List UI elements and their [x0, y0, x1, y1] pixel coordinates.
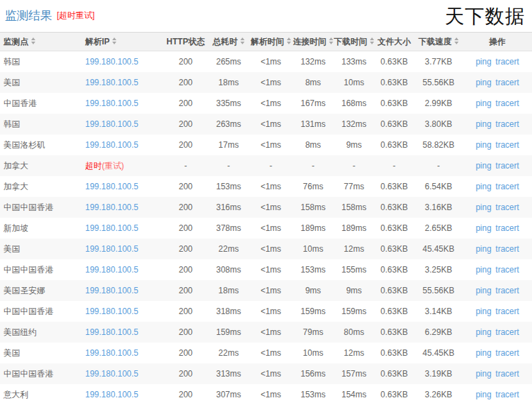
ip-link[interactable]: 199.180.100.5 — [85, 57, 139, 67]
sort-icon[interactable] — [112, 37, 116, 44]
column-header-6[interactable]: 连接时间 — [292, 33, 334, 51]
sort-icon[interactable] — [370, 37, 374, 44]
tracert-link[interactable]: tracert — [495, 265, 519, 275]
sort-icon[interactable] — [454, 37, 459, 44]
ping-link[interactable]: ping — [476, 390, 492, 399]
tracert-link[interactable]: tracert — [495, 78, 519, 87]
sort-icon[interactable] — [240, 37, 245, 44]
tracert-link[interactable]: tracert — [495, 348, 519, 358]
ip-link[interactable]: 199.180.100.5 — [85, 98, 139, 108]
column-label: 连接时间 — [293, 37, 326, 46]
cell-file-size: 0.63KB — [374, 51, 414, 73]
cell-dns-time: <1ms — [249, 197, 292, 218]
ping-link[interactable]: ping — [476, 57, 492, 67]
tracert-link[interactable]: tracert — [495, 182, 519, 191]
retry-row-link[interactable]: (重试) — [102, 161, 124, 171]
cell-total-time: 159ms — [208, 322, 249, 343]
ip-link[interactable]: 199.180.100.5 — [85, 140, 139, 150]
ping-link[interactable]: ping — [476, 286, 492, 295]
ping-link[interactable]: ping — [476, 307, 492, 316]
tracert-link[interactable]: tracert — [495, 390, 519, 399]
column-header-2[interactable]: 解析IP — [82, 33, 163, 51]
cell-download-speed: 45.45KB — [414, 343, 463, 363]
column-header-10: 操作 — [463, 33, 532, 51]
ping-link[interactable]: ping — [476, 161, 492, 171]
cell-dns-time: - — [249, 155, 292, 176]
cell-download-speed: 3.19KB — [414, 363, 463, 384]
ping-link[interactable]: ping — [476, 265, 492, 275]
cell-file-size: 0.63KB — [374, 93, 414, 114]
ip-link[interactable]: 199.180.100.5 — [85, 369, 139, 379]
ping-link[interactable]: ping — [476, 119, 492, 129]
tracert-link[interactable]: tracert — [495, 369, 519, 379]
column-header-5[interactable]: 解析时间 — [249, 33, 292, 51]
tracert-link[interactable]: tracert — [495, 307, 519, 316]
table-row: 中国中国香港199.180.100.5200316ms<1ms158ms158m… — [0, 197, 532, 218]
cell-connect-time: 79ms — [292, 322, 334, 343]
cell-location: 韩国 — [0, 114, 82, 135]
tracert-link[interactable]: tracert — [495, 244, 519, 254]
ping-link[interactable]: ping — [476, 202, 492, 212]
ip-link[interactable]: 199.180.100.5 — [85, 348, 139, 358]
cell-connect-time: 131ms — [292, 114, 334, 135]
ping-link[interactable]: ping — [476, 244, 492, 254]
column-header-9[interactable]: 下载速度 — [414, 33, 463, 51]
cell-dns-time: <1ms — [249, 322, 292, 343]
ip-link[interactable]: 199.180.100.5 — [85, 182, 139, 191]
ip-link[interactable]: 199.180.100.5 — [85, 307, 139, 316]
retry-timeout-link[interactable]: [超时重试] — [57, 10, 95, 21]
column-header-4[interactable]: 总耗时 — [208, 33, 249, 51]
ip-link[interactable]: 199.180.100.5 — [85, 223, 139, 233]
cell-total-time: 378ms — [208, 218, 249, 239]
column-header-1[interactable]: 监测点 — [0, 33, 82, 51]
tracert-link[interactable]: tracert — [495, 223, 519, 233]
ping-link[interactable]: ping — [476, 182, 492, 191]
tracert-link[interactable]: tracert — [495, 98, 519, 108]
tracert-link[interactable]: tracert — [495, 140, 519, 150]
ping-link[interactable]: ping — [476, 223, 492, 233]
tracert-link[interactable]: tracert — [495, 286, 519, 295]
table-row: 加拿大199.180.100.5200153ms<1ms76ms77ms0.63… — [0, 176, 532, 197]
ip-link[interactable]: 199.180.100.5 — [85, 78, 139, 87]
ping-link[interactable]: ping — [476, 140, 492, 150]
cell-connect-time: 8ms — [292, 135, 334, 155]
cell-location: 中国中国香港 — [0, 363, 82, 384]
table-row: 中国中国香港199.180.100.5200313ms<1ms156ms157m… — [0, 363, 532, 384]
cell-location: 加拿大 — [0, 155, 82, 176]
cell-file-size: 0.63KB — [374, 343, 414, 363]
ping-link[interactable]: ping — [476, 369, 492, 379]
column-label: 文件大小 — [378, 37, 411, 46]
ip-link[interactable]: 199.180.100.5 — [85, 119, 139, 129]
sort-icon[interactable] — [329, 37, 333, 44]
ping-link[interactable]: ping — [476, 327, 492, 337]
ip-link[interactable]: 199.180.100.5 — [85, 202, 139, 212]
sort-icon[interactable] — [31, 37, 35, 44]
tracert-link[interactable]: tracert — [495, 327, 519, 337]
ping-link[interactable]: ping — [476, 98, 492, 108]
cell-actions: pingtracert — [463, 93, 532, 114]
cell-http-status: 200 — [163, 384, 208, 405]
cell-actions: pingtracert — [463, 322, 532, 343]
cell-http-status: 200 — [163, 135, 208, 155]
ip-link[interactable]: 199.180.100.5 — [85, 390, 139, 399]
column-label: HTTP状态 — [166, 37, 204, 46]
cell-total-time: 335ms — [208, 93, 249, 114]
cell-http-status: 200 — [163, 72, 208, 93]
cell-file-size: 0.63KB — [374, 239, 414, 259]
cell-total-time: 18ms — [208, 280, 249, 301]
sort-icon[interactable] — [287, 37, 291, 44]
cell-http-status: 200 — [163, 176, 208, 197]
ip-link[interactable]: 199.180.100.5 — [85, 265, 139, 275]
column-label: 总耗时 — [213, 37, 238, 46]
tracert-link[interactable]: tracert — [495, 161, 519, 171]
cell-file-size: 0.63KB — [374, 72, 414, 93]
ip-link[interactable]: 199.180.100.5 — [85, 327, 139, 337]
tracert-link[interactable]: tracert — [495, 202, 519, 212]
tracert-link[interactable]: tracert — [495, 119, 519, 129]
ping-link[interactable]: ping — [476, 78, 492, 87]
ip-link[interactable]: 199.180.100.5 — [85, 244, 139, 254]
ip-link[interactable]: 199.180.100.5 — [85, 286, 139, 295]
column-header-7[interactable]: 下载时间 — [334, 33, 374, 51]
tracert-link[interactable]: tracert — [495, 57, 519, 67]
ping-link[interactable]: ping — [476, 348, 492, 358]
